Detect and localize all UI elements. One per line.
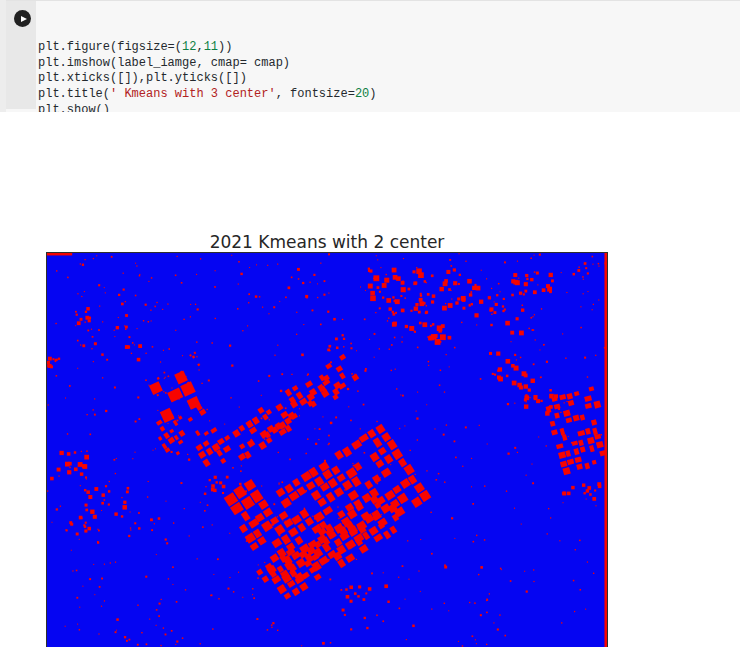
run-cell-button[interactable] — [14, 10, 31, 27]
plot-image-frame — [46, 252, 608, 647]
cell-output-area: 2021 Kmeans with 2 center — [0, 112, 740, 647]
play-icon — [21, 16, 27, 22]
notebook-code-cell: plt.figure(figsize=(12,11))plt.imshow(la… — [6, 0, 740, 113]
plot-title: 2021 Kmeans with 2 center — [47, 232, 607, 252]
code-lines: plt.figure(figsize=(12,11))plt.imshow(la… — [38, 40, 736, 118]
cell-gutter — [6, 1, 36, 109]
kmeans-result-image — [47, 253, 607, 647]
